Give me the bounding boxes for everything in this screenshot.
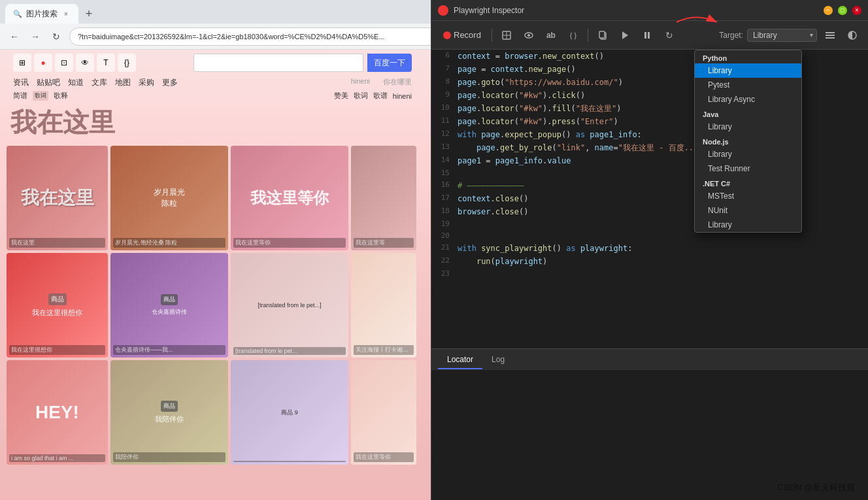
dropdown-item-nodejs-testrunner[interactable]: Test Runner [695, 161, 801, 176]
pick-locator-button[interactable] [497, 26, 516, 44]
inspector-titlebar: Playwright Inspector − □ × [431, 0, 868, 21]
eye-button[interactable] [520, 26, 538, 44]
baidu-pick-icon[interactable]: ⊡ [55, 54, 73, 72]
dropdown-item-python-library[interactable]: Library [695, 63, 801, 78]
image-cell-8[interactable]: 关注海报丨打卡湘鄂... [351, 253, 416, 358]
svg-rect-11 [826, 35, 835, 36]
filter-gepu[interactable]: 歌谱 [373, 91, 388, 101]
image-cell-3[interactable]: 我这里等你 我在这里等你 [231, 146, 348, 250]
tab-close-button[interactable]: × [61, 9, 71, 18]
close-button[interactable]: × [852, 6, 861, 15]
filter-hineni[interactable]: hineni [393, 92, 412, 100]
maximize-button[interactable]: □ [838, 6, 847, 15]
target-area: Target: Library Pytest Library Async [719, 26, 861, 44]
target-select[interactable]: Library Pytest Library Async [747, 29, 817, 42]
refresh-icon: ↻ [665, 30, 673, 41]
image-cell-12[interactable]: 我在这里等你 [351, 360, 416, 465]
image-cell-5[interactable]: 商品 我在这里很想你 我在这里很想你 [7, 253, 108, 358]
image-label-8: 关注海报丨打卡湘鄂... [354, 345, 414, 355]
image-label-2: 岁月晨光,饱经沧桑 陈粒 [113, 238, 225, 248]
code-lines-container: 6 context = browser.new_context() 7 page… [431, 50, 868, 348]
image-cell-9[interactable]: HEY! i am so glad that i am ... [7, 360, 108, 465]
code-line-7: 7 page = context.new_page() [431, 63, 868, 76]
image-cell-1[interactable]: 我在这里 我在这里 [7, 146, 108, 250]
nav-item-zixun[interactable]: 资讯 [13, 77, 29, 88]
theme-button[interactable] [843, 26, 861, 44]
copy-button[interactable] [593, 26, 612, 44]
image-label-5: 我在这里很想你 [9, 345, 105, 355]
tab-title: 图片搜索 [26, 8, 58, 20]
nav-item-ditu[interactable]: 地图 [115, 77, 131, 88]
dropdown-item-python-library-async[interactable]: Library Async [695, 92, 801, 107]
svg-rect-6 [599, 31, 605, 38]
dropdown-item-dotnet-mstest[interactable]: MSTest [695, 189, 801, 203]
code-line-12: 12 with page.expect_popup() as page1_inf… [431, 128, 868, 141]
image-cell-6[interactable]: 商品 仓央嘉措诗传 仓央嘉措诗传——我... [110, 253, 228, 358]
filter-gaoci[interactable]: 歌释 [54, 91, 68, 101]
inspector-toolbar: Record ab { } [431, 21, 868, 50]
image-cell-10[interactable]: 商品 我陪伴你 我陪伴你 [110, 360, 228, 465]
cn-big-text: 我在这里 [0, 102, 425, 143]
dropdown-item-dotnet-nunit[interactable]: NUnit [695, 203, 801, 218]
baidu-eye-icon[interactable]: 👁 [76, 54, 94, 72]
baidu-text-icon[interactable]: T [97, 54, 115, 72]
code-line-17: 17 context.close() [431, 192, 868, 205]
target-label: Target: [719, 31, 743, 40]
image-label-12: 我在这里等你 [354, 452, 414, 462]
minimize-button[interactable]: − [824, 6, 833, 15]
code-line-10: 10 page.locator("#kw").fill("我在这里") [431, 102, 868, 115]
image-cell-7[interactable]: [translated from le pet...] [translated … [231, 253, 348, 358]
text-button[interactable]: ab [542, 26, 560, 44]
dropdown-item-dotnet-library[interactable]: Library [695, 218, 801, 232]
nav-item-zhidao[interactable]: 知道 [68, 77, 84, 88]
back-button[interactable]: ← [7, 29, 22, 44]
tab-locator[interactable]: Locator [438, 351, 482, 369]
pause-icon [643, 31, 651, 40]
dropdown-item-nodejs-library[interactable]: Library [695, 147, 801, 161]
code-line-16: 16 # ———————————— [431, 179, 868, 192]
filter-zanmei[interactable]: 赞美 [334, 91, 348, 101]
svg-rect-12 [826, 37, 835, 39]
image-cell-11[interactable]: 商品 9 [231, 360, 348, 465]
image-label-7: [translated from le pet... [233, 347, 346, 355]
image-label-4: 我在这里等 [354, 238, 414, 248]
run-button[interactable] [616, 26, 634, 44]
code-line-13: 13 page.get_by_role("link", name="我在这里 -… [431, 141, 868, 154]
baidu-camera-icon[interactable]: ● [34, 54, 52, 72]
refresh-button[interactable]: ↻ [48, 29, 64, 44]
menu-button[interactable] [821, 26, 839, 44]
code-line-14: 14 page1 = page1_info.value [431, 154, 868, 167]
baidu-grid-icon[interactable]: ⊞ [13, 54, 31, 72]
record-label: Record [454, 30, 481, 40]
image-cell-4[interactable]: 我在这里等 [351, 146, 416, 250]
nav-item-wenku[interactable]: 文库 [92, 77, 107, 88]
browser-tab[interactable]: 🔍 图片搜索 × [5, 4, 78, 24]
forward-button[interactable]: → [27, 29, 43, 44]
new-tab-button[interactable]: + [81, 6, 97, 22]
filter-geci[interactable]: 歌词 [354, 91, 368, 101]
dropdown-item-python-pytest[interactable]: Pytest [695, 78, 801, 92]
pause-button[interactable] [638, 26, 656, 44]
image-label-1: 我在这里 [9, 238, 105, 248]
nav-item-more[interactable]: 更多 [162, 77, 178, 88]
code-button[interactable]: { } [564, 26, 582, 44]
code-line-9: 9 page.locator("#kw").click() [431, 89, 868, 102]
tab-log[interactable]: Log [482, 351, 514, 369]
refresh-button[interactable]: ↻ [660, 26, 678, 44]
filter-guanci[interactable]: 简谱 [13, 91, 27, 101]
image-cell-2[interactable]: 岁月晨光陈粒 岁月晨光,饱经沧桑 陈粒 [110, 146, 228, 250]
baidu-search-button[interactable]: 百度一下 [367, 54, 412, 72]
dropdown-item-java-library[interactable]: Library [695, 120, 801, 134]
dropdown-section-java: Java [695, 107, 801, 120]
baidu-toolbar: ⊞ ● ⊡ 👁 T {} 百度一下 [0, 50, 425, 76]
image-label-6: 仓央嘉措诗传——我... [113, 345, 225, 355]
record-button[interactable]: Record [438, 27, 486, 42]
nav-item-zai: 你在哪里 [383, 77, 412, 88]
nav-item-caigou[interactable]: 采购 [139, 77, 154, 88]
code-line-21: 21 with sync_playwright() as playwright: [431, 242, 868, 255]
filter-bar: 简谱 歌词 歌释 赞美 歌词 歌谱 hineni [0, 90, 425, 102]
baidu-code-icon[interactable]: {} [118, 54, 136, 72]
nav-item-tieba[interactable]: 贴贴吧 [37, 77, 60, 88]
image-label-3: 我在这里等你 [233, 238, 346, 248]
code-editor: 6 context = browser.new_context() 7 page… [431, 50, 868, 348]
